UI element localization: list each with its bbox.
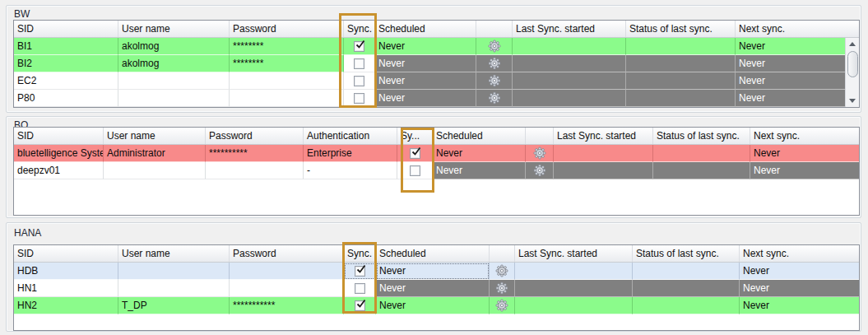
- column-header-password[interactable]: Password: [206, 128, 304, 144]
- checkbox-checked-icon[interactable]: [410, 148, 420, 159]
- gear-icon: [488, 74, 501, 87]
- checkbox-unchecked-icon[interactable]: [354, 93, 364, 104]
- cell-authentication: -: [304, 162, 397, 179]
- cell-password: [230, 280, 344, 297]
- sync-checkbox-cell[interactable]: [397, 162, 433, 179]
- table-row-hdb-selected[interactable]: HDB Never Never: [14, 263, 859, 280]
- cell-status-of-last-sync: [626, 38, 736, 55]
- column-header-actions[interactable]: [490, 245, 515, 262]
- gear-button[interactable]: [476, 38, 513, 55]
- column-header-next-sync[interactable]: Next sync.: [736, 21, 859, 37]
- column-header-status-of-last-sync[interactable]: Status of last sync.: [626, 21, 736, 37]
- column-header-scheduled[interactable]: Scheduled: [376, 245, 490, 262]
- scroll-down-button[interactable]: [846, 95, 859, 107]
- checkbox-checked-icon[interactable]: [355, 300, 365, 311]
- sync-checkbox-cell[interactable]: [344, 38, 375, 55]
- scroll-down-arrow-icon: [849, 99, 856, 103]
- column-header-sync[interactable]: Sync.: [344, 245, 376, 262]
- gear-icon: [495, 281, 508, 295]
- checkbox-checked-icon[interactable]: [355, 266, 365, 277]
- sync-checkbox-cell[interactable]: [397, 145, 433, 162]
- table-row-p80[interactable]: P80 Never Never: [14, 90, 859, 107]
- column-header-status-of-last-sync[interactable]: Status of last sync.: [633, 245, 740, 262]
- cell-next-sync: Never: [750, 145, 859, 162]
- gear-button[interactable]: [526, 162, 554, 179]
- sync-checkbox-cell[interactable]: [344, 263, 376, 280]
- column-header-authentication[interactable]: Authentication: [304, 128, 397, 144]
- column-header-last-sync-started[interactable]: Last Sync. started: [513, 21, 626, 37]
- column-header-password[interactable]: Password: [230, 21, 344, 37]
- scroll-thumb[interactable]: [847, 51, 858, 77]
- sync-checkbox-cell[interactable]: [344, 297, 376, 314]
- table-row-hn1[interactable]: HN1 Never Never: [14, 280, 859, 297]
- cell-status-of-last-sync: [626, 55, 736, 72]
- column-header-sync[interactable]: Sy...: [397, 128, 433, 144]
- cell-sid: BI2: [14, 55, 118, 72]
- cell-sid: HDB: [14, 263, 118, 280]
- column-header-sync[interactable]: Sync.: [344, 21, 375, 37]
- checkbox-unchecked-icon[interactable]: [354, 76, 364, 86]
- column-header-user-name[interactable]: User name: [118, 245, 230, 262]
- checkbox-unchecked-icon[interactable]: [355, 283, 365, 294]
- cell-password: ********: [230, 55, 344, 72]
- cell-user-name: [118, 263, 230, 280]
- column-header-actions[interactable]: [526, 128, 554, 144]
- gear-button[interactable]: [526, 145, 554, 162]
- checkbox-checked-icon[interactable]: [354, 41, 364, 52]
- cell-password: ***********: [230, 297, 344, 314]
- gear-button[interactable]: [490, 297, 515, 314]
- checkbox-unchecked-icon[interactable]: [354, 58, 364, 69]
- column-header-status-of-last-sync[interactable]: Status of last sync.: [653, 128, 750, 144]
- gear-button[interactable]: [490, 263, 515, 280]
- scroll-up-button[interactable]: [846, 38, 859, 50]
- table-row-hn2[interactable]: HN2 T_DP *********** Never Never: [14, 297, 859, 314]
- table-row-bi2[interactable]: BI2 akolmog ******** Never Never: [14, 55, 859, 72]
- cell-password: [206, 162, 304, 179]
- column-header-password[interactable]: Password: [230, 245, 344, 262]
- groupbox-bw-title: BW: [14, 8, 30, 20]
- cell-last-sync-started: [515, 263, 633, 280]
- cell-scheduled: Never: [375, 55, 476, 72]
- gear-button[interactable]: [476, 55, 513, 72]
- vertical-scrollbar[interactable]: [845, 38, 859, 107]
- cell-next-sync: Never: [740, 280, 859, 297]
- gear-button[interactable]: [476, 90, 513, 107]
- cell-last-sync-started: [554, 145, 653, 162]
- sync-checkbox-cell[interactable]: [344, 72, 375, 90]
- cell-last-sync-started: [513, 72, 626, 90]
- gear-button[interactable]: [476, 72, 513, 90]
- column-header-sid[interactable]: SID: [14, 245, 118, 262]
- column-header-last-sync-started[interactable]: Last Sync. started: [515, 245, 633, 262]
- sync-checkbox-cell[interactable]: [344, 280, 376, 297]
- cell-password: [230, 263, 344, 280]
- column-header-actions[interactable]: [476, 21, 513, 37]
- gear-button[interactable]: [490, 280, 515, 297]
- table-row-deepzv01[interactable]: deepzv01 - Never Never: [14, 162, 859, 179]
- scroll-up-arrow-icon: [849, 42, 856, 46]
- column-header-last-sync-started[interactable]: Last Sync. started: [554, 128, 653, 144]
- table-row-ec2[interactable]: EC2 Never Never: [14, 72, 859, 90]
- cell-user-name: [118, 90, 230, 107]
- column-header-sid[interactable]: SID: [14, 128, 104, 144]
- column-header-scheduled[interactable]: Scheduled: [433, 128, 526, 144]
- column-header-user-name[interactable]: User name: [104, 128, 206, 144]
- table-row-bi1[interactable]: BI1 akolmog ******** Never Never: [14, 38, 859, 55]
- column-header-scheduled[interactable]: Scheduled: [375, 21, 476, 37]
- column-header-next-sync[interactable]: Next sync.: [740, 245, 859, 262]
- sync-checkbox-cell[interactable]: [344, 55, 375, 72]
- gear-icon: [533, 164, 546, 177]
- column-header-sid[interactable]: SID: [14, 21, 118, 37]
- groupbox-bw: BW SID User name Password Sync. Schedule…: [6, 5, 861, 113]
- cell-status-of-last-sync: [633, 280, 740, 297]
- cell-last-sync-started: [515, 280, 633, 297]
- cell-password: [230, 90, 344, 107]
- column-header-user-name[interactable]: User name: [118, 21, 230, 37]
- cell-user-name: akolmog: [118, 55, 230, 72]
- cell-scheduled: Never: [375, 90, 476, 107]
- column-header-next-sync[interactable]: Next sync.: [750, 128, 859, 144]
- checkbox-unchecked-icon[interactable]: [410, 165, 420, 176]
- table-row-bluetelligence-system[interactable]: bluetelligence System Administrator ****…: [14, 145, 859, 162]
- cell-last-sync-started: [515, 297, 633, 314]
- cell-user-name: T_DP: [118, 297, 230, 314]
- sync-checkbox-cell[interactable]: [344, 90, 375, 107]
